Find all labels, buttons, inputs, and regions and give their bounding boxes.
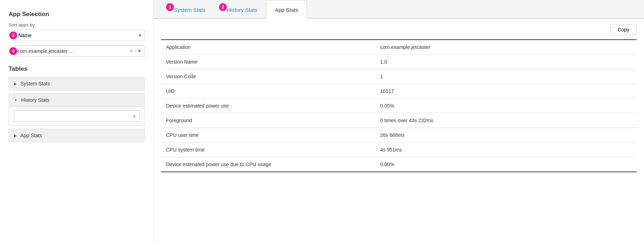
main-content: 1 System Stats 2 History Stats App Stats… xyxy=(154,0,644,243)
app-selection-title: App Selection xyxy=(9,11,145,18)
stats-value: 0.00% xyxy=(375,157,637,172)
tab-history-stats[interactable]: 2 History Stats xyxy=(214,0,266,19)
history-dropdown[interactable] xyxy=(14,110,140,122)
history-dropdown-wrapper: ∨ xyxy=(14,110,140,122)
app-stats-label: App Stats xyxy=(20,133,42,138)
stats-key: Foreground xyxy=(161,113,375,128)
tab-app-stats-label: App Stats xyxy=(275,7,298,13)
stats-key: Device estimated power use due to CPU us… xyxy=(161,157,375,172)
table-section-system-stats: ▶ System Stats xyxy=(9,77,145,90)
history-stats-body: ∨ xyxy=(9,107,145,126)
stats-key: CPU user time xyxy=(161,128,375,143)
stats-key: Version Name xyxy=(161,55,375,69)
table-row: Device estimated power use0.05% xyxy=(161,99,637,113)
badge-4: 4 xyxy=(9,47,17,55)
app-select-chevron-icon[interactable]: ▼ xyxy=(135,49,142,54)
tables-title: Tables xyxy=(9,65,145,73)
copy-row: Copy xyxy=(161,24,637,35)
stats-value: 1.0 xyxy=(375,55,637,69)
app-select-clear-icon[interactable]: ✕ xyxy=(129,48,133,54)
table-row: Device estimated power use due to CPU us… xyxy=(161,157,637,172)
stats-key: Application xyxy=(161,40,375,55)
stats-key: CPU system time xyxy=(161,143,375,157)
table-row: Version Name1.0 xyxy=(161,55,637,69)
table-row: CPU system time4s 951ms xyxy=(161,143,637,157)
stats-value: com.example.jetcaster xyxy=(375,40,637,55)
tab-system-stats[interactable]: 1 System Stats xyxy=(161,0,214,19)
table-row: Applicationcom.example.jetcaster xyxy=(161,40,637,55)
stats-value: 0.05% xyxy=(375,99,637,113)
tab-badge-1: 1 xyxy=(166,3,174,11)
system-stats-arrow-icon: ▶ xyxy=(14,82,17,86)
stats-value: 4s 951ms xyxy=(375,143,637,157)
table-row: Version Code1 xyxy=(161,69,637,84)
stats-area: Copy Applicationcom.example.jetcasterVer… xyxy=(154,19,644,243)
stats-value: 10117 xyxy=(375,84,637,99)
tab-bar: 1 System Stats 2 History Stats App Stats xyxy=(154,0,644,19)
table-row: Foreground0 times over 43s 232ms xyxy=(161,113,637,128)
table-row: UID10117 xyxy=(161,84,637,99)
history-stats-arrow-icon: ▼ xyxy=(14,98,18,102)
stats-value: 1 xyxy=(375,69,637,84)
table-section-history-stats: ▼ History Stats ∨ xyxy=(9,93,145,126)
stats-value: 0 times over 43s 232ms xyxy=(375,113,637,128)
copy-button[interactable]: Copy xyxy=(610,24,637,35)
badge-3: 3 xyxy=(9,31,17,39)
sidebar: App Selection Sort apps by 3 Name ▼ 4 co… xyxy=(0,0,154,243)
tab-app-stats[interactable]: App Stats xyxy=(266,0,307,19)
stats-value: 26s 668ms xyxy=(375,128,637,143)
table-row: CPU user time26s 668ms xyxy=(161,128,637,143)
sort-select[interactable]: Name xyxy=(14,30,145,41)
tab-system-stats-label: System Stats xyxy=(174,7,205,13)
sort-label: Sort apps by xyxy=(9,22,145,28)
stats-key: Version Code xyxy=(161,69,375,84)
app-stats-arrow-icon: ▶ xyxy=(14,134,17,138)
stats-key: UID xyxy=(161,84,375,99)
stats-table: Applicationcom.example.jetcasterVersion … xyxy=(161,39,637,172)
system-stats-label: System Stats xyxy=(20,81,50,86)
history-stats-label: History Stats xyxy=(21,97,49,103)
stats-key: Device estimated power use xyxy=(161,99,375,113)
app-select-container: com.example.jetcaster ... ✕ ▼ xyxy=(14,45,145,57)
tab-history-stats-label: History Stats xyxy=(227,7,257,13)
table-section-app-stats: ▶ App Stats xyxy=(9,129,145,142)
app-select-value: com.example.jetcaster ... xyxy=(18,48,129,54)
history-stats-header[interactable]: ▼ History Stats xyxy=(9,93,145,107)
app-stats-header[interactable]: ▶ App Stats xyxy=(9,129,145,142)
tab-badge-2: 2 xyxy=(219,3,227,11)
system-stats-header[interactable]: ▶ System Stats xyxy=(9,77,145,90)
